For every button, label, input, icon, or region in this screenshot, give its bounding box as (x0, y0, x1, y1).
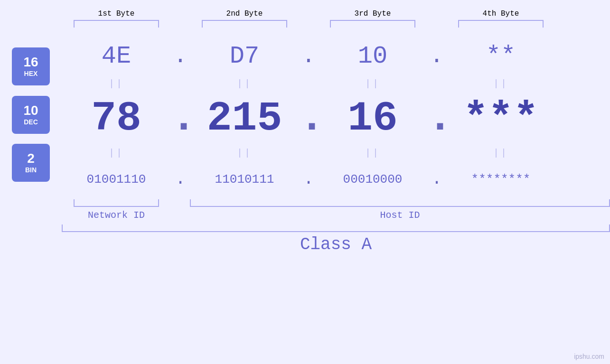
watermark: ipshu.com (574, 353, 604, 360)
dec-b3: 16 (318, 95, 427, 142)
class-a-bracket (62, 224, 610, 232)
bracket-top-b2 (202, 20, 287, 28)
bin-b3: 00010000 (318, 172, 427, 187)
byte3-header: 3rd Byte (318, 9, 427, 18)
bottom-brackets-row (62, 199, 610, 207)
byte-headers: 1st Byte 2nd Byte 3rd Byte 4th Byte (62, 9, 610, 18)
hex-b4: ** (446, 42, 555, 70)
dot-dec-2: . (299, 94, 318, 142)
byte4-label: 4th Byte (483, 9, 519, 18)
eq2-b4: || (446, 148, 555, 159)
byte3-label: 3rd Byte (355, 9, 391, 18)
dot-dec-3: . (427, 94, 446, 142)
dot-bin-2: . (299, 169, 318, 189)
dot-dec-1: . (171, 94, 190, 142)
bracket-top-b1 (74, 20, 159, 28)
equals-row-1: || || || || (62, 75, 610, 92)
network-host-labels: Network ID Host ID (62, 210, 610, 221)
top-brackets (62, 20, 610, 28)
dec-b4: *** (446, 95, 555, 142)
class-a-section: Class A (62, 224, 610, 254)
hex-badge: 16 HEX (12, 47, 50, 85)
bin-b2: 11010111 (190, 172, 299, 187)
dec-data-row: 78 . 215 . 16 . *** (62, 92, 610, 144)
dec-b1: 78 (62, 95, 171, 142)
dec-b2: 215 (190, 95, 299, 142)
body-section: 16 HEX 10 DEC 2 BIN 4E . (0, 37, 610, 221)
bracket-top-b3 (330, 20, 415, 28)
eq1-b2: || (190, 78, 299, 89)
bracket-top-b4 (458, 20, 544, 28)
byte2-header: 2nd Byte (190, 9, 299, 18)
bin-b1: 01001110 (62, 172, 171, 187)
hex-data-row: 4E . D7 . 10 . ** (62, 37, 610, 75)
dot-hex-1: . (171, 43, 190, 69)
dot-bin-3: . (427, 169, 446, 189)
host-id-label: Host ID (380, 210, 420, 221)
hex-b3: 10 (318, 42, 427, 70)
dec-badge: 10 DEC (12, 96, 50, 134)
dot-hex-2: . (299, 43, 318, 69)
equals-row-2: || || || || (62, 144, 610, 161)
bin-badge: 2 BIN (12, 144, 50, 182)
byte2-label: 2nd Byte (226, 9, 263, 18)
eq2-b3: || (318, 148, 427, 159)
class-a-label: Class A (62, 235, 610, 254)
hex-b2: D7 (190, 42, 299, 70)
byte1-label: 1st Byte (98, 9, 135, 18)
byte1-header: 1st Byte (62, 9, 171, 18)
eq1-b3: || (318, 78, 427, 89)
data-rows: 4E . D7 . 10 . ** (62, 37, 610, 221)
eq2-b2: || (190, 148, 299, 159)
eq1-b1: || (62, 78, 171, 89)
bracket-bottom-host (190, 199, 610, 207)
bin-b4: ******** (446, 172, 555, 187)
byte4-header: 4th Byte (446, 9, 555, 18)
dot-bin-1: . (171, 169, 190, 189)
network-id-label: Network ID (88, 210, 145, 221)
eq2-b1: || (62, 148, 171, 159)
base-badges: 16 HEX 10 DEC 2 BIN (0, 37, 62, 221)
bracket-bottom-network (74, 199, 159, 207)
eq1-b4: || (446, 78, 555, 89)
bin-data-row: 01001110 . 11010111 . 00010000 . (62, 161, 610, 197)
dot-hex-3: . (427, 43, 446, 69)
hex-b1: 4E (62, 42, 171, 70)
main-container: 1st Byte 2nd Byte 3rd Byte 4th Byte (0, 0, 610, 364)
